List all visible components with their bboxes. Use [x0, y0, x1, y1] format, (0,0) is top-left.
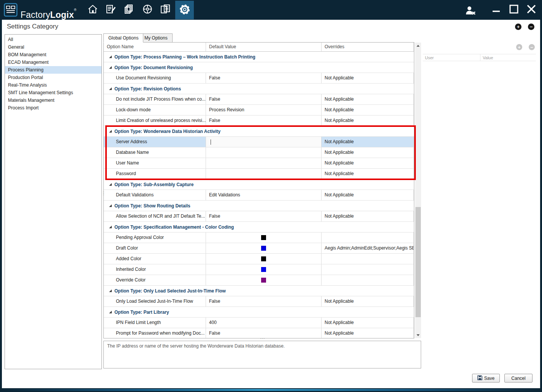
option-name-cell[interactable]: Database Name: [104, 147, 206, 158]
sidebar-item-smt-line-management-settings[interactable]: SMT Line Management Settings: [5, 89, 101, 96]
cancel-button[interactable]: Cancel: [504, 374, 532, 383]
option-row[interactable]: Pending Approval Color: [104, 232, 414, 243]
overrides-cell[interactable]: Not Applicable: [322, 147, 414, 158]
option-row[interactable]: Added Color: [104, 254, 414, 264]
option-name-cell[interactable]: IPN Field Limit Length: [104, 318, 206, 328]
sidebar-item-ecad-management[interactable]: ECAD Management: [5, 58, 101, 66]
option-name-cell[interactable]: Draft Color: [104, 243, 206, 253]
default-value-cell[interactable]: False: [206, 94, 322, 104]
color-swatch[interactable]: [261, 246, 266, 251]
default-value-cell[interactable]: Edit Validations: [206, 190, 322, 200]
remove-override-button[interactable]: −: [529, 44, 535, 50]
sidebar-item-real-time-analysis[interactable]: Real-Time Analysis: [5, 81, 101, 89]
overrides-cell[interactable]: [322, 264, 414, 275]
expander-icon[interactable]: [109, 204, 112, 207]
overrides-cell[interactable]: Not Applicable: [322, 169, 414, 179]
option-name-cell[interactable]: Inherited Color: [104, 264, 206, 275]
option-row[interactable]: Limit Creation of unreleased process rev…: [104, 115, 414, 126]
option-row[interactable]: Only Load Selected Just-In-Time FlowFals…: [104, 296, 414, 307]
overrides-cell[interactable]: Not Applicable: [322, 318, 414, 328]
overrides-cell[interactable]: Not Applicable: [322, 190, 414, 200]
overrides-cell[interactable]: [322, 232, 414, 243]
default-value-cell[interactable]: [206, 232, 322, 243]
overrides-cell[interactable]: Not Applicable: [322, 328, 414, 338]
nav-settings-button[interactable]: [175, 1, 194, 19]
default-value-cell[interactable]: False: [206, 296, 322, 307]
option-name-cell[interactable]: User Name: [104, 158, 206, 168]
sidebar-item-bom-management[interactable]: BOM Management: [5, 51, 101, 58]
overrides-cell[interactable]: Not Applicable: [322, 211, 414, 221]
expander-icon[interactable]: [109, 130, 112, 133]
default-value-cell[interactable]: False: [206, 115, 322, 126]
color-swatch[interactable]: [261, 235, 266, 240]
option-row[interactable]: Database NameNot Applicable: [104, 147, 414, 158]
default-value-cell[interactable]: Process Revision: [206, 105, 322, 115]
scroll-up-button[interactable]: [415, 43, 421, 49]
add-option-button[interactable]: +: [515, 24, 521, 30]
sidebar-item-materials-management[interactable]: Materials Management: [5, 96, 101, 104]
close-button[interactable]: [525, 3, 538, 17]
option-name-cell[interactable]: Use Document Revisioning: [104, 73, 206, 83]
column-header-value[interactable]: Value: [480, 54, 536, 61]
option-group-row[interactable]: Option Type: Wonderware Data Historian A…: [104, 126, 414, 137]
nav-materials-button[interactable]: [123, 4, 135, 16]
option-name-cell[interactable]: Override Color: [104, 275, 206, 285]
horizontal-splitter[interactable]: ⋯: [260, 337, 265, 340]
default-value-cell[interactable]: False: [206, 73, 322, 83]
option-group-row[interactable]: Option Type: Sub-Assembly Capture: [104, 179, 414, 190]
vertical-scrollbar[interactable]: [415, 43, 421, 338]
option-name-cell[interactable]: Added Color: [104, 254, 206, 264]
overrides-cell[interactable]: [322, 254, 414, 264]
default-value-cell[interactable]: 400: [206, 318, 322, 328]
expander-icon[interactable]: [109, 311, 112, 313]
option-name-cell[interactable]: Limit Creation of unreleased process rev…: [104, 115, 206, 126]
option-row[interactable]: Default ValidationsEdit ValidationsNot A…: [104, 190, 414, 201]
option-row[interactable]: Server AddressNot Applicable: [104, 137, 414, 147]
option-group-row[interactable]: Option Type: Revision Options: [104, 84, 414, 94]
default-value-cell[interactable]: False: [206, 211, 322, 221]
option-group-row[interactable]: Option Type: Only Load Selected Just-In-…: [104, 286, 414, 296]
overrides-cell[interactable]: Aegis Admin;AdminEdit;Supervisor;Aegis S…: [322, 243, 414, 253]
save-button[interactable]: Save: [472, 374, 500, 383]
default-value-cell[interactable]: [206, 169, 322, 179]
option-group-row[interactable]: Option Type: Process Planning – Work Ins…: [104, 52, 414, 62]
option-name-cell[interactable]: Pending Approval Color: [104, 232, 206, 243]
column-header-option-name[interactable]: Option Name: [104, 43, 206, 51]
nav-home-button[interactable]: [87, 4, 99, 16]
option-row[interactable]: PasswordNot Applicable: [104, 169, 414, 179]
column-header-default-value[interactable]: Default Value: [206, 43, 322, 51]
option-name-cell[interactable]: Password: [104, 169, 206, 179]
color-swatch[interactable]: [261, 256, 266, 261]
option-name-cell[interactable]: Only Load Selected Just-In-Time Flow: [104, 296, 206, 307]
tab-global-options[interactable]: Global Options: [103, 33, 143, 43]
default-value-cell[interactable]: [206, 275, 322, 285]
overrides-cell[interactable]: [322, 275, 414, 285]
sidebar-item-production-portal[interactable]: Production Portal: [5, 74, 101, 81]
default-value-cell[interactable]: [206, 137, 322, 147]
expander-icon[interactable]: [109, 226, 112, 228]
scrollbar-thumb[interactable]: [415, 207, 421, 317]
option-row[interactable]: User NameNot Applicable: [104, 158, 414, 169]
column-header-user[interactable]: User: [423, 54, 480, 61]
option-row[interactable]: Inherited Color: [104, 264, 414, 275]
vertical-splitter[interactable]: ⋮: [101, 191, 106, 195]
option-row[interactable]: Use Document RevisioningFalseNot Applica…: [104, 73, 414, 84]
option-row[interactable]: Override Color: [104, 275, 414, 286]
add-override-button[interactable]: +: [516, 44, 522, 50]
tab-my-options[interactable]: My Options: [139, 33, 173, 43]
overrides-cell[interactable]: Not Applicable: [322, 94, 414, 104]
expander-icon[interactable]: [109, 55, 112, 58]
option-row[interactable]: Do not include JIT Process Flows when co…: [104, 94, 414, 105]
nav-work-instructions-button[interactable]: [105, 4, 117, 16]
overrides-cell[interactable]: Not Applicable: [322, 137, 414, 147]
default-value-cell[interactable]: [206, 254, 322, 264]
column-header-overrides[interactable]: Overrides: [322, 43, 414, 51]
option-row[interactable]: IPN Field Limit Length400Not Applicable: [104, 318, 414, 328]
nav-production-button[interactable]: [141, 4, 154, 16]
expander-icon[interactable]: [109, 87, 112, 90]
overrides-cell[interactable]: Not Applicable: [322, 73, 414, 83]
color-swatch[interactable]: [261, 267, 266, 272]
sidebar-item-general[interactable]: General: [5, 43, 101, 51]
option-name-cell[interactable]: Default Validations: [104, 190, 206, 200]
remove-option-button[interactable]: −: [528, 24, 534, 30]
